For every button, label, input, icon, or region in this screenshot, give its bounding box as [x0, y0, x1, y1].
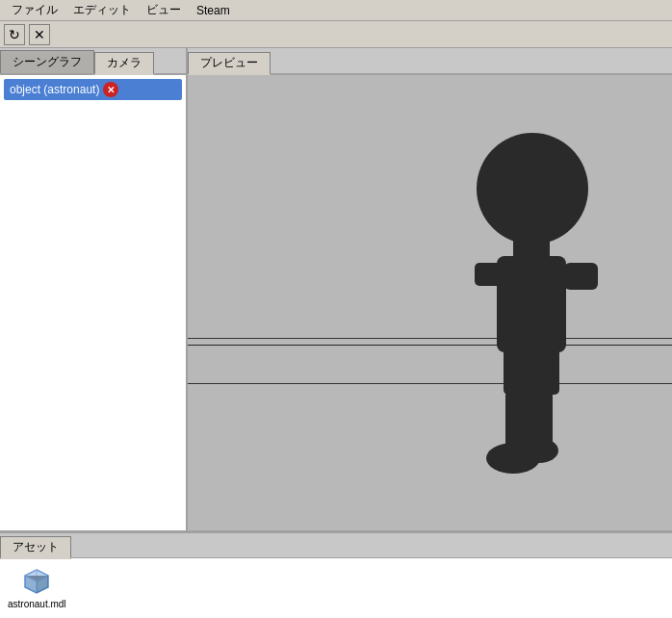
scene-content: object (astronaut) ✕ — [0, 75, 186, 530]
menu-bar: ファイル エディット ビュー Steam — [0, 0, 672, 21]
svg-rect-3 — [564, 263, 598, 290]
svg-rect-4 — [475, 263, 502, 286]
svg-rect-5 — [504, 347, 559, 395]
menu-view[interactable]: ビュー — [139, 0, 189, 20]
object-item-close-button[interactable]: ✕ — [103, 82, 118, 97]
right-panel: プレビュー — [188, 48, 672, 530]
close-button[interactable]: ✕ — [29, 24, 50, 45]
main-area: シーングラフ カメラ object (astronaut) ✕ プレビュー — [0, 48, 672, 618]
upper-panel: シーングラフ カメラ object (astronaut) ✕ プレビュー — [0, 48, 672, 532]
svg-point-0 — [477, 133, 588, 245]
right-tabs-row: プレビュー — [188, 48, 672, 75]
left-tabs-row: シーングラフ カメラ — [0, 48, 186, 75]
bottom-panel: アセット astronaut.mdl — [0, 532, 672, 618]
preview-canvas — [188, 75, 672, 530]
tab-preview[interactable]: プレビュー — [188, 52, 271, 75]
refresh-button[interactable]: ↻ — [4, 24, 25, 45]
menu-file[interactable]: ファイル — [4, 0, 65, 20]
menu-edit[interactable]: エディット — [65, 0, 139, 20]
asset-item-astronaut[interactable]: astronaut.mdl — [8, 566, 66, 609]
object-item-astronaut[interactable]: object (astronaut) ✕ — [4, 79, 182, 100]
menu-steam[interactable]: Steam — [189, 2, 238, 19]
tab-assets[interactable]: アセット — [0, 536, 71, 559]
astronaut-silhouette — [460, 123, 614, 489]
asset-filename: astronaut.mdl — [8, 599, 66, 609]
left-panel: シーングラフ カメラ object (astronaut) ✕ — [0, 48, 188, 530]
tab-camera[interactable]: カメラ — [94, 52, 154, 75]
bottom-content: astronaut.mdl — [0, 558, 672, 618]
toolbar: ↻ ✕ — [0, 21, 672, 48]
astronaut-mdl-icon — [21, 566, 52, 597]
object-item-label: object (astronaut) — [10, 83, 99, 96]
tab-scene-graph[interactable]: シーングラフ — [0, 50, 94, 73]
svg-rect-2 — [497, 256, 566, 352]
svg-point-9 — [520, 438, 558, 463]
bottom-tabs-row: アセット — [0, 533, 672, 558]
